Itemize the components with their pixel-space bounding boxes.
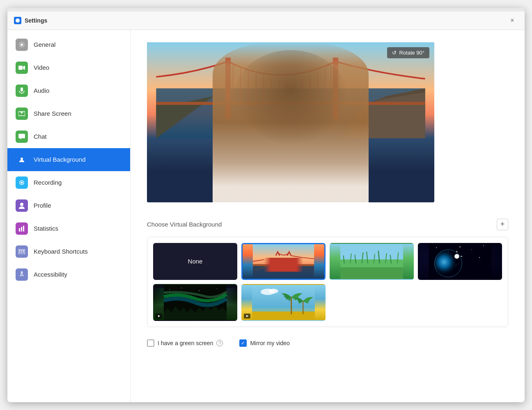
svg-rect-17	[19, 250, 21, 251]
svg-rect-44	[253, 264, 314, 266]
svg-point-63	[483, 245, 484, 246]
sidebar-label-profile: Profile	[34, 202, 51, 209]
svg-point-9	[21, 158, 23, 160]
sidebar-item-share-screen[interactable]: Share Screen	[7, 102, 130, 125]
background-none[interactable]: None	[153, 243, 237, 280]
window-title: Settings	[25, 17, 47, 24]
rotate-icon: ↺	[392, 50, 397, 56]
svg-rect-13	[19, 228, 20, 231]
svg-point-75	[199, 290, 200, 291]
svg-rect-22	[23, 252, 24, 253]
choose-virtual-background-section: Choose Virtual Background + None	[147, 219, 508, 327]
title-drag-bar[interactable]	[7, 8, 525, 11]
choose-title: Choose Virtual Background	[147, 221, 222, 228]
svg-marker-8	[20, 138, 21, 140]
svg-point-83	[269, 289, 278, 293]
share-screen-icon	[16, 108, 28, 120]
svg-point-12	[20, 203, 23, 206]
svg-point-73	[170, 289, 170, 290]
svg-point-69	[454, 254, 459, 258]
svg-rect-7	[18, 134, 25, 138]
svg-rect-47	[340, 259, 403, 267]
sidebar-item-statistics[interactable]: Statistics	[7, 217, 130, 240]
svg-point-62	[471, 249, 472, 250]
svg-point-11	[21, 181, 23, 183]
green-screen-label: I have a green screen	[158, 340, 213, 346]
sidebar-label-share-screen: Share Screen	[34, 110, 71, 117]
main-panel: ↺ Rotate 90° Choose Virtual Background +…	[131, 30, 525, 402]
title-bar: Settings ×	[7, 11, 525, 30]
video-preview: ↺ Rotate 90°	[147, 42, 434, 202]
green-screen-checkbox[interactable]	[147, 339, 154, 347]
audio-icon	[16, 85, 28, 97]
rotate-button[interactable]: ↺ Rotate 90°	[387, 47, 429, 58]
background-grid: None	[147, 237, 508, 327]
video-badge-aurora	[156, 314, 162, 318]
app-icon	[14, 17, 21, 24]
settings-window: Settings × General	[7, 8, 525, 402]
svg-point-65	[479, 257, 480, 258]
background-grass[interactable]	[330, 243, 414, 280]
svg-point-74	[181, 288, 181, 288]
sidebar-item-keyboard-shortcuts[interactable]: Keyboard Shortcuts	[7, 240, 130, 263]
none-label: None	[188, 258, 203, 265]
video-icon	[16, 62, 28, 74]
svg-rect-20	[19, 252, 21, 253]
rotate-label: Rotate 90°	[399, 50, 424, 56]
sidebar-label-statistics: Statistics	[34, 225, 58, 232]
svg-rect-21	[21, 252, 23, 253]
sidebar-label-virtual-background: Virtual Background	[34, 156, 85, 163]
green-screen-help-icon[interactable]: ?	[216, 340, 223, 346]
svg-point-76	[216, 288, 217, 289]
svg-rect-14	[21, 227, 22, 231]
green-screen-option: I have a green screen ?	[147, 339, 223, 347]
recording-icon	[16, 176, 28, 189]
svg-point-23	[21, 271, 23, 273]
svg-marker-3	[23, 66, 25, 70]
sidebar-item-recording[interactable]: Recording	[7, 171, 130, 194]
options-section: I have a green screen ? ✓ Mirror my vide…	[147, 339, 508, 347]
add-icon: +	[500, 220, 505, 229]
profile-icon	[16, 199, 28, 212]
title-bar-left: Settings	[14, 17, 47, 24]
sidebar-item-audio[interactable]: Audio	[7, 79, 130, 102]
svg-rect-18	[21, 250, 23, 251]
sidebar-label-video: Video	[34, 64, 49, 71]
svg-rect-19	[23, 250, 24, 251]
mirror-video-option: ✓ Mirror my video	[239, 339, 289, 347]
chat-icon	[16, 131, 28, 143]
svg-rect-15	[23, 226, 24, 231]
sidebar-item-general[interactable]: General	[7, 33, 130, 56]
general-icon	[16, 39, 28, 51]
svg-rect-43	[253, 265, 314, 279]
background-beach[interactable]	[241, 284, 326, 321]
svg-point-0	[16, 18, 20, 23]
mirror-video-checkbox[interactable]: ✓	[239, 339, 247, 347]
sidebar-label-keyboard-shortcuts: Keyboard Shortcuts	[34, 248, 88, 255]
content-area: General Video	[7, 30, 525, 402]
svg-point-1	[21, 44, 23, 46]
sidebar-item-virtual-background[interactable]: Virtual Background	[7, 148, 130, 171]
sidebar: General Video	[7, 30, 131, 402]
choose-header: Choose Virtual Background +	[147, 219, 508, 230]
sidebar-item-chat[interactable]: Chat	[7, 125, 130, 148]
sidebar-label-accessibility: Accessibility	[34, 271, 67, 278]
background-aurora[interactable]	[153, 284, 237, 321]
background-golden-gate[interactable]	[241, 243, 326, 280]
svg-rect-79	[252, 311, 315, 320]
sidebar-label-audio: Audio	[34, 87, 49, 94]
accessibility-icon	[16, 268, 28, 281]
sidebar-item-video[interactable]: Video	[7, 56, 130, 79]
statistics-icon	[16, 222, 28, 235]
sidebar-item-accessibility[interactable]: Accessibility	[7, 263, 130, 286]
svg-rect-4	[21, 87, 23, 92]
sidebar-label-general: General	[34, 41, 55, 48]
svg-point-61	[459, 246, 460, 247]
sidebar-label-recording: Recording	[34, 179, 62, 186]
background-space[interactable]	[418, 243, 502, 280]
sidebar-item-profile[interactable]: Profile	[7, 194, 130, 217]
svg-point-59	[436, 247, 437, 248]
close-button[interactable]: ×	[507, 15, 518, 26]
mirror-video-label: Mirror my video	[250, 340, 289, 346]
add-background-button[interactable]: +	[497, 219, 508, 230]
